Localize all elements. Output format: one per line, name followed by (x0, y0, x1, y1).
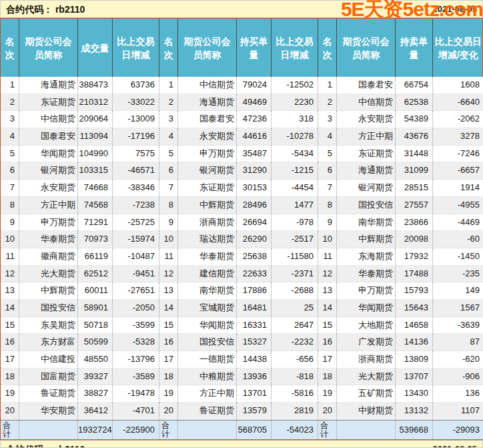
change-cell: -12502 (272, 77, 318, 94)
rank-cell: 19 (318, 385, 337, 403)
change-cell: -6657 (433, 162, 483, 180)
change-cell: -13009 (113, 111, 159, 128)
total-company-spacer (19, 421, 78, 439)
company-cell: 永安期货 (178, 128, 237, 146)
company-cell: 浙商期货 (337, 351, 396, 369)
quantity-cell: 60011 (78, 282, 113, 300)
change-cell: 2819 (272, 403, 318, 420)
change-cell: -2232 (272, 334, 318, 351)
quantity-cell: 388473 (78, 77, 113, 94)
rank-cell: 11 (159, 248, 178, 266)
quantity-cell: 17488 (396, 266, 433, 283)
company-cell: 国泰君安 (19, 128, 78, 146)
quantity-cell: 104990 (78, 146, 113, 163)
rank-cell: 3 (1, 111, 19, 128)
quantity-cell: 210312 (78, 94, 113, 111)
company-cell: 银河期货 (337, 180, 396, 197)
company-cell: 浙商期货 (178, 214, 237, 232)
total-change-cell: -54023 (272, 421, 318, 439)
change-cell: -5328 (113, 334, 159, 351)
change-cell: -11580 (272, 248, 318, 266)
change-cell: 1107 (433, 403, 483, 420)
quantity-cell: 13936 (237, 369, 272, 386)
rank-cell: 1 (318, 77, 337, 94)
change-cell: -2517 (272, 231, 318, 248)
change-cell: -46571 (113, 162, 159, 180)
change-cell: -27651 (113, 282, 159, 300)
quantity-cell: 49469 (237, 94, 272, 111)
change-cell: 63736 (113, 77, 159, 94)
company-cell: 方正中期 (337, 128, 396, 146)
quantity-cell: 14658 (396, 317, 433, 334)
change-cell: -25725 (113, 214, 159, 232)
company-cell: 广发期货 (337, 334, 396, 351)
company-cell: 海通期货 (178, 94, 237, 111)
rank-cell: 19 (159, 385, 178, 403)
change-cell: -5434 (272, 146, 318, 163)
quantity-cell: 39327 (78, 369, 113, 386)
quantity-cell: 23866 (396, 214, 433, 232)
company-cell: 华安期货 (19, 403, 78, 420)
table-row: 20华安期货36412-470120鲁证期货13579281920中财期货131… (1, 403, 482, 420)
next-contract-code-clipped: 合约代码： rb2110 (6, 444, 85, 448)
quantity-cell: 13701 (237, 385, 272, 403)
change-cell: -60 (433, 231, 483, 248)
table-row: 8方正中期74568-72388中辉期货2849614778国投安信27557-… (1, 197, 482, 214)
quantity-cell: 44616 (237, 128, 272, 146)
rank-cell: 17 (318, 351, 337, 369)
rank-cell: 20 (318, 403, 337, 420)
header-cell: 比上交易日增减 (272, 19, 318, 77)
company-cell: 银河期货 (178, 162, 237, 180)
rank-cell: 14 (159, 300, 178, 317)
quantity-cell: 25638 (237, 248, 272, 266)
company-cell: 申万期货 (178, 146, 237, 163)
quantity-cell: 31290 (237, 162, 272, 180)
rank-cell: 3 (159, 111, 178, 128)
table-row: 9申万期货71291-257259浙商期货26694-9789南华期货23866… (1, 214, 482, 232)
change-cell: -3639 (433, 317, 483, 334)
total-label: 合计 (1, 421, 19, 439)
company-cell: 中信期货 (178, 77, 237, 94)
change-cell: -2688 (272, 282, 318, 300)
quantity-cell: 209064 (78, 111, 113, 128)
quantity-cell: 28515 (396, 180, 433, 197)
company-cell: 中辉期货 (337, 231, 396, 248)
change-cell: -10278 (272, 128, 318, 146)
company-cell: 海通期货 (337, 162, 396, 180)
quantity-cell: 16481 (237, 300, 272, 317)
change-cell: -6640 (433, 94, 483, 111)
rank-cell: 20 (159, 403, 178, 420)
rank-cell: 11 (1, 248, 19, 266)
quantity-cell: 28496 (237, 197, 272, 214)
company-cell: 华泰期货 (19, 231, 78, 248)
rank-cell: 15 (318, 317, 337, 334)
rank-cell: 14 (318, 300, 337, 317)
company-cell: 国泰君安 (178, 111, 237, 128)
quantity-cell: 62512 (78, 266, 113, 283)
company-cell: 东海期货 (337, 248, 396, 266)
change-cell: 2230 (272, 94, 318, 111)
quantity-cell: 54389 (396, 111, 433, 128)
rank-cell: 16 (318, 334, 337, 351)
company-cell: 方正中期 (19, 197, 78, 214)
rank-cell: 17 (159, 351, 178, 369)
company-cell: 五矿期货 (337, 385, 396, 403)
table-row: 18国富期货39327-358918中粮期货13936-81818光大期货137… (1, 369, 482, 386)
quantity-cell: 50599 (78, 334, 113, 351)
table-row: 6银河期货103315-465716银河期货31290-12156海通期货310… (1, 162, 482, 180)
change-cell: 1567 (433, 300, 483, 317)
company-cell: 国投安信 (337, 197, 396, 214)
change-cell: 3278 (433, 128, 483, 146)
change-cell: 136 (433, 385, 483, 403)
change-cell: -17196 (113, 128, 159, 146)
rank-cell: 11 (318, 248, 337, 266)
rank-cell: 8 (318, 197, 337, 214)
change-cell: -33022 (113, 94, 159, 111)
quantity-cell: 66754 (396, 77, 433, 94)
change-cell: -7238 (113, 197, 159, 214)
table-row: 5华闻期货10499075755申万期货35487-54345东证期货31448… (1, 146, 482, 163)
table-row: 1海通期货388473637361中信期货79024-125021国泰君安667… (1, 77, 482, 94)
rank-cell: 6 (1, 162, 19, 180)
quantity-cell: 27557 (396, 197, 433, 214)
company-cell: 国投安信 (178, 334, 237, 351)
